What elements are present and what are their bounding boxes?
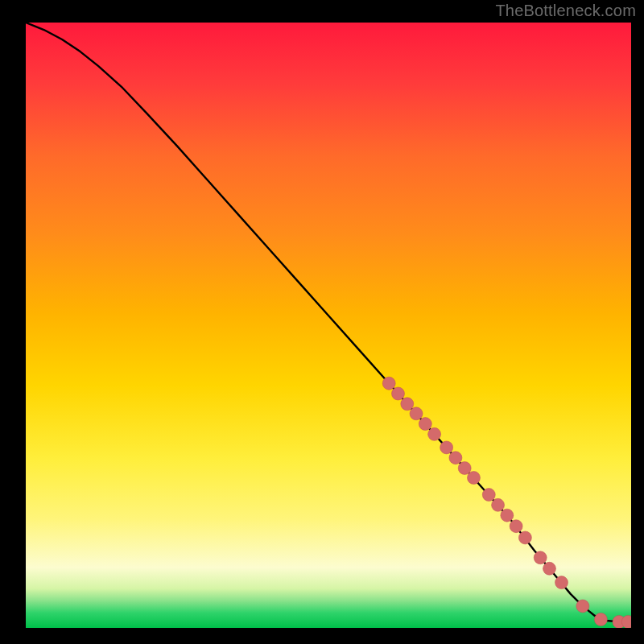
chart-marker — [492, 498, 505, 511]
chart-marker — [543, 562, 555, 575]
chart-marker — [401, 398, 414, 411]
chart-marker — [594, 613, 607, 625]
chart-marker — [391, 387, 404, 400]
chart-marker — [534, 551, 547, 564]
chart-marker — [458, 461, 471, 474]
chart-marker — [467, 472, 480, 485]
chart-marker — [428, 427, 441, 440]
chart-marker — [510, 520, 522, 533]
svg-rect-0 — [26, 23, 631, 628]
chart-marker — [555, 576, 568, 589]
chart-marker — [449, 452, 462, 464]
chart-marker — [382, 377, 395, 390]
attribution-label: TheBottleneck.com — [495, 2, 636, 20]
chart-marker — [576, 600, 589, 613]
chart-marker — [440, 441, 453, 454]
chart-marker — [419, 418, 431, 431]
chart-svg — [26, 23, 631, 628]
chart-marker — [518, 531, 531, 544]
chart-marker — [482, 489, 495, 502]
chart-plot-area — [26, 23, 631, 628]
chart-marker — [410, 407, 423, 420]
chart-marker — [501, 509, 514, 522]
chart-frame: TheBottleneck.com — [0, 0, 644, 644]
